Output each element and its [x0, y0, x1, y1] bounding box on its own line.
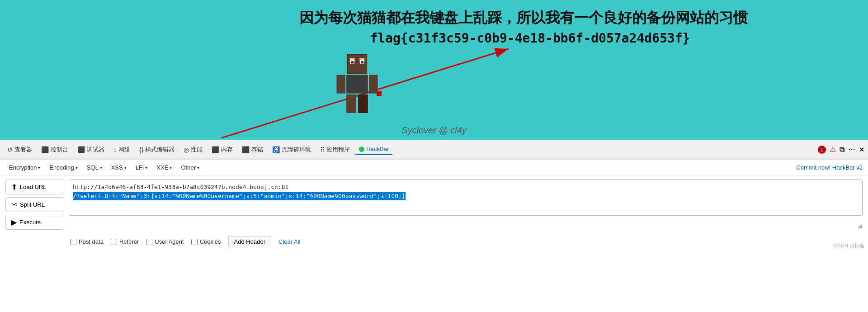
svg-rect-14 — [358, 95, 368, 113]
split-url-label: Split URL — [20, 201, 45, 208]
menu-encryption-label: Encryption — [9, 164, 37, 171]
tab-style-editor[interactable]: {} 样式编辑器 — [136, 144, 178, 156]
memory-icon: ⬛ — [212, 146, 219, 153]
clear-all-label: Clear All — [278, 238, 300, 245]
load-url-button[interactable]: ⬆ Load URL — [5, 180, 64, 194]
menu-other-label: Other — [181, 164, 196, 171]
minecraft-character — [330, 54, 384, 113]
csdn-watermark: CSDN @秋逸 — [834, 242, 864, 249]
menu-encoding[interactable]: Encoding ▾ — [46, 162, 81, 173]
lfi-arrow-icon: ▾ — [145, 165, 147, 170]
add-header-button[interactable]: Add Header — [228, 236, 271, 247]
execute-button[interactable]: ▶ Execute — [5, 215, 64, 230]
post-data-input[interactable] — [70, 239, 76, 245]
cookies-checkbox[interactable]: Cookies — [191, 238, 221, 245]
url-line2-text: /?select=O:4:"Name":3:{s:14:"%00Name%00u… — [73, 193, 406, 199]
referer-label: Referer — [119, 238, 139, 245]
menu-other[interactable]: Other ▾ — [177, 162, 203, 173]
devtools-tabbar: ↺ 查看器 ⬛ 控制台 ⬛ 调试器 ↕ 网络 {} 样式编辑器 ◎ 性能 ⬛ 内… — [0, 140, 868, 159]
menu-xxe-label: XXE — [156, 164, 168, 171]
console-icon: ⬛ — [41, 146, 49, 153]
a11y-icon: ♿ — [272, 146, 280, 153]
tab-application[interactable]: ⠿ 应用程序 — [316, 144, 354, 156]
menu-sql-label: SQL — [87, 164, 99, 171]
menu-xss-label: XSS — [111, 164, 123, 171]
clear-all-button[interactable]: Clear All — [278, 238, 300, 245]
tab-storage[interactable]: ⬛ 存储 — [238, 144, 267, 156]
split-url-button[interactable]: ✂ Split URL — [5, 197, 64, 212]
sql-arrow-icon: ▾ — [100, 165, 102, 170]
cookies-input[interactable] — [191, 239, 198, 245]
tab-inspector-label: 查看器 — [14, 146, 32, 154]
encryption-arrow-icon: ▾ — [38, 165, 40, 170]
menu-xxe[interactable]: XXE ▾ — [153, 162, 175, 173]
xxe-arrow-icon: ▾ — [170, 165, 172, 170]
menu-lfi[interactable]: LFI ▾ — [132, 162, 151, 173]
menu-xss[interactable]: XSS ▾ — [108, 162, 130, 173]
tab-inspector[interactable]: ↺ 查看器 — [4, 144, 36, 156]
tab-storage-label: 存储 — [251, 146, 263, 154]
url-display-box[interactable]: http://1a4d6a46-af63-4fe1-933a-b7a8c0392… — [69, 180, 863, 216]
load-url-icon: ⬆ — [11, 183, 17, 191]
menu-sql[interactable]: SQL ▾ — [83, 162, 106, 173]
menu-lfi-label: LFI — [136, 164, 144, 171]
tab-accessibility[interactable]: ♿ 无障碍环境 — [269, 144, 315, 156]
svg-rect-11 — [337, 75, 346, 94]
tab-debugger[interactable]: ⬛ 调试器 — [74, 144, 108, 156]
style-icon: {} — [139, 146, 143, 153]
hackbar-dot-icon — [359, 147, 364, 152]
tab-debugger-label: 调试器 — [87, 146, 104, 154]
debugger-icon: ⬛ — [77, 146, 85, 153]
tab-network-label: 网络 — [118, 146, 130, 154]
xss-arrow-icon: ▾ — [124, 165, 127, 170]
post-data-checkbox[interactable]: Post data — [70, 238, 104, 245]
error-icon: ⚠ — [830, 145, 836, 154]
referer-checkbox[interactable]: Referer — [111, 238, 139, 245]
tab-performance[interactable]: ◎ 性能 — [180, 144, 206, 156]
menu-encryption[interactable]: Encryption ▾ — [5, 162, 44, 173]
svg-rect-9 — [361, 61, 363, 63]
svg-rect-10 — [346, 75, 368, 94]
user-agent-checkbox[interactable]: User Agent — [146, 238, 184, 245]
tab-hackbar[interactable]: HackBar — [355, 144, 392, 155]
hackbar-footer: Post data Referer User Agent Cookies Add… — [0, 233, 868, 251]
chinese-text: 因为每次猫猫都在我键盘上乱踩，所以我有一个良好的备份网站的习惯 — [299, 8, 748, 28]
hackbar-action-buttons: ⬆ Load URL ✂ Split URL ▶ Execute — [5, 180, 64, 230]
url-line2-selected: /?select=O:4:"Name":3:{s:14:"%00Name%00u… — [73, 192, 406, 201]
commit-now-label: Commit now! HackBar v2 — [796, 164, 863, 171]
tab-style-label: 样式编辑器 — [145, 146, 175, 154]
close-icon[interactable]: ✕ — [859, 146, 864, 153]
tab-app-label: 应用程序 — [326, 146, 350, 154]
perf-icon: ◎ — [184, 146, 189, 153]
referer-input[interactable] — [111, 239, 117, 245]
storage-icon: ⬛ — [242, 146, 250, 153]
tab-network[interactable]: ↕ 网络 — [110, 144, 134, 156]
tab-hackbar-label: HackBar — [366, 146, 389, 152]
app-icon: ⠿ — [320, 146, 325, 153]
tab-perf-label: 性能 — [191, 146, 203, 154]
other-arrow-icon: ▾ — [197, 165, 199, 170]
load-url-label: Load URL — [20, 184, 47, 190]
hackbar-content-area: ⬆ Load URL ✂ Split URL ▶ Execute http://… — [0, 176, 868, 233]
network-icon: ↕ — [113, 146, 117, 153]
svg-rect-2 — [347, 54, 367, 74]
tab-console[interactable]: ⬛ 控制台 — [38, 144, 72, 156]
watermark-text: Syclover @ cl4y — [401, 125, 467, 136]
svg-rect-15 — [377, 91, 382, 96]
tab-a11y-label: 无障碍环境 — [282, 146, 311, 154]
hackbar-menubar: Encryption ▾ Encoding ▾ SQL ▾ XSS ▾ LFI … — [0, 160, 868, 176]
hackbar-panel: Encryption ▾ Encoding ▾ SQL ▾ XSS ▾ LFI … — [0, 159, 868, 251]
inspector-icon: ↺ — [7, 146, 13, 153]
flag-text: flag{c31f3c59-c0b9-4e18-bb6f-d057a24d653… — [370, 31, 690, 46]
tab-memory[interactable]: ⬛ 内存 — [208, 144, 236, 156]
user-agent-input[interactable] — [146, 239, 152, 245]
encoding-arrow-icon: ▾ — [75, 165, 78, 170]
execute-label: Execute — [19, 219, 41, 226]
split-url-icon: ✂ — [11, 200, 17, 209]
menu-encoding-label: Encoding — [49, 164, 74, 171]
resize-icon[interactable]: ⧉ — [840, 146, 844, 154]
execute-icon: ▶ — [11, 218, 17, 227]
more-icon[interactable]: ⋯ — [848, 145, 855, 154]
textarea-resize-handle: ◢ — [858, 222, 862, 229]
error-count-badge: 1 — [818, 146, 826, 154]
